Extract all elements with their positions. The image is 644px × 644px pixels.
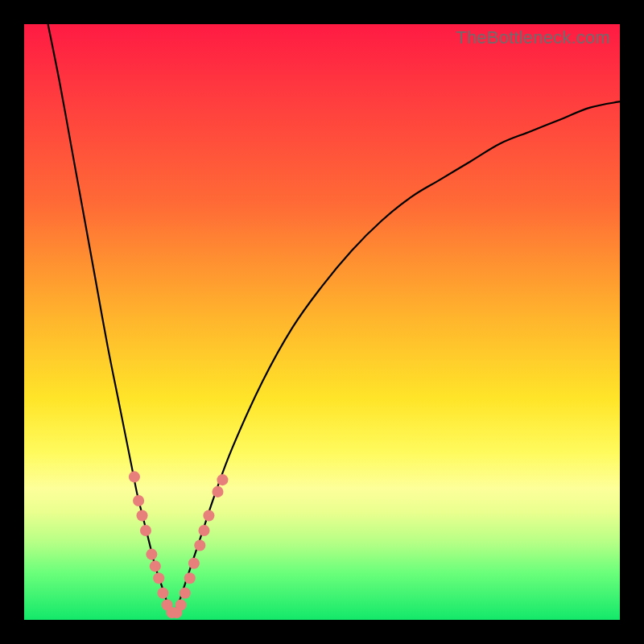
data-marker: [198, 525, 209, 536]
data-marker: [217, 474, 228, 485]
data-marker: [194, 539, 205, 551]
data-marker: [203, 510, 214, 521]
data-marker: [140, 525, 151, 536]
data-marker: [153, 572, 164, 584]
marker-group: [129, 471, 229, 618]
data-marker: [175, 599, 187, 610]
data-marker: [188, 558, 200, 569]
data-marker: [129, 471, 140, 482]
data-marker: [184, 572, 196, 584]
curve-left: [48, 24, 173, 614]
data-marker: [133, 495, 144, 506]
data-marker: [212, 486, 223, 497]
chart-frame: TheBottleneck.com: [0, 0, 644, 644]
data-marker: [150, 560, 161, 572]
curve-right: [173, 101, 620, 613]
data-marker: [136, 510, 147, 521]
data-marker: [180, 588, 191, 599]
chart-svg: [24, 24, 620, 620]
plot-area: TheBottleneck.com: [24, 24, 620, 620]
data-marker: [157, 588, 168, 599]
data-marker: [146, 549, 157, 560]
